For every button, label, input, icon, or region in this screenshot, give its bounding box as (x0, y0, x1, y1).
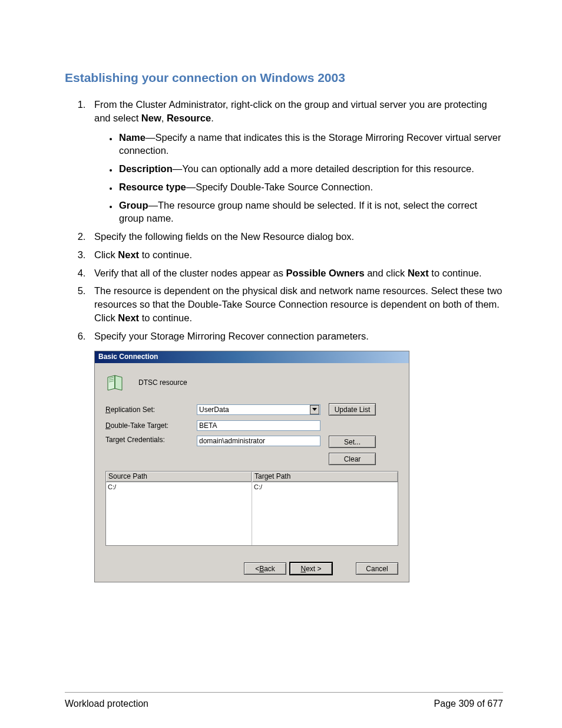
text: and click (365, 268, 408, 278)
combobox-value: UserData (199, 404, 229, 415)
replication-set-combobox[interactable]: UserData (197, 404, 320, 415)
list-item: Resource type—Specify Double-Take Source… (118, 180, 503, 194)
list-item: Specify the following fields on the New … (88, 230, 503, 243)
column-header-target[interactable]: Target Path (252, 472, 398, 482)
target-credentials-input[interactable]: domain\administrator (197, 436, 320, 446)
set-button[interactable]: Set... (329, 436, 376, 448)
update-list-button[interactable]: Update List (329, 403, 376, 416)
text: —The resource group name should be selec… (119, 200, 477, 224)
list-item: Specify your Storage Mirroring Recover c… (88, 330, 503, 343)
label-double-take-target: Double-Take Target: (105, 421, 197, 430)
text: , (161, 113, 167, 123)
list-item: Click Next to continue. (88, 248, 503, 262)
list-item: Name—Specify a name that indicates this … (118, 131, 503, 158)
source-path-cell[interactable]: C:/ (106, 482, 252, 492)
text: —You can optionally add a more detailed … (173, 163, 474, 174)
double-take-target-input[interactable]: BETA (197, 420, 320, 431)
dialog-basic-connection: Basic Connection DTSC resource Replicati… (94, 351, 409, 582)
label-replication-set: Replication Set: (105, 406, 197, 414)
input-value: BETA (199, 420, 217, 431)
section-title: Establishing your connection on Windows … (65, 71, 503, 85)
text-bold: New (141, 113, 161, 123)
dialog-titlebar: Basic Connection (95, 351, 409, 363)
text-bold: Resource (167, 113, 211, 123)
next-button[interactable]: Next > (290, 562, 332, 575)
input-value: domain\administrator (199, 436, 265, 446)
text: —Specify Double-Take Source Connection. (186, 182, 373, 192)
paths-table: Source Path C:/ Target Path C:/ (105, 471, 398, 546)
list-item: The resource is dependent on the physica… (88, 284, 503, 324)
footer-right: Page 309 of 677 (434, 699, 503, 709)
text: —Specify a name that indicates this is t… (119, 132, 501, 156)
clear-button[interactable]: Clear (329, 453, 376, 465)
text: Verify that all of the cluster nodes app… (94, 268, 286, 278)
label-target-credentials: Target Credentials: (105, 436, 197, 444)
dialog-resource-label: DTSC resource (138, 378, 187, 387)
text: to continue. (429, 268, 482, 278)
text: to continue. (139, 312, 192, 323)
text-bold: Description (119, 163, 173, 174)
footer-left: Workload protection (65, 699, 148, 709)
text: Specify your Storage Mirroring Recover c… (94, 331, 369, 341)
sub-list: Name—Specify a name that indicates this … (94, 131, 503, 226)
text-bold: Possible Owners (286, 268, 365, 278)
text-bold: Resource type (119, 182, 186, 192)
list-item: Verify that all of the cluster nodes app… (88, 266, 503, 280)
list-item: Description—You can optionally add a mor… (118, 162, 503, 176)
text-bold: Next (408, 268, 429, 278)
list-item: Group—The resource group name should be … (118, 199, 503, 226)
ordered-list: From the Cluster Administrator, right-cl… (65, 98, 503, 342)
text: Specify the following fields on the New … (94, 231, 354, 242)
text: Click (94, 249, 118, 260)
text-bold: Group (119, 200, 148, 210)
list-item: From the Cluster Administrator, right-cl… (88, 98, 503, 225)
cancel-button[interactable]: Cancel (356, 562, 398, 575)
back-button[interactable]: < Back (244, 562, 286, 575)
text-bold: Name (119, 132, 146, 143)
text: to continue. (139, 249, 192, 260)
book-icon (107, 374, 128, 391)
target-path-cell[interactable]: C:/ (252, 482, 398, 492)
text-bold: Next (118, 312, 139, 323)
text: . (211, 113, 214, 123)
text-bold: Next (118, 249, 139, 260)
column-header-source[interactable]: Source Path (106, 472, 252, 482)
chevron-down-icon[interactable] (310, 405, 319, 414)
